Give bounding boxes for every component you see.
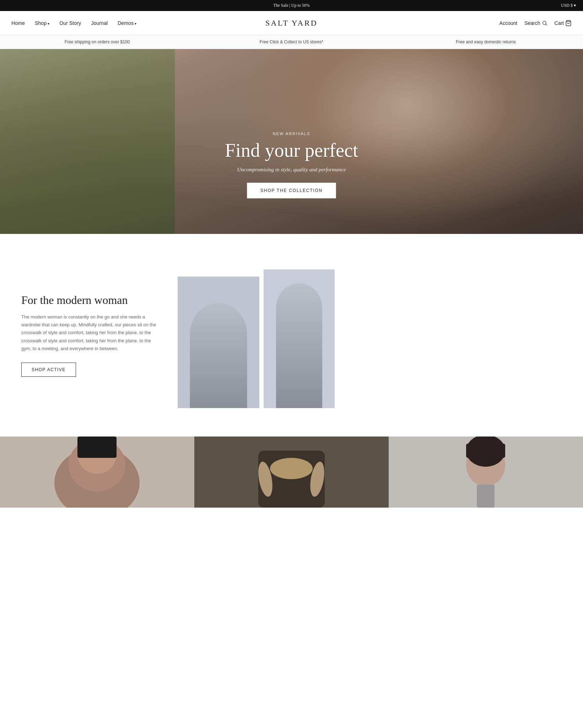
product-col-3[interactable]	[389, 437, 583, 508]
hero-section: NEW ARRIVALS Find your perfect Uncomprom…	[0, 49, 583, 234]
svg-point-7	[188, 358, 216, 380]
search-icon	[542, 20, 547, 26]
modern-woman-images	[178, 262, 562, 408]
modern-woman-section: For the modern woman The modern woman is…	[0, 234, 583, 437]
product-col-2[interactable]	[194, 437, 389, 508]
currency-selector[interactable]: USD $ ▾	[561, 3, 576, 8]
nav-home[interactable]: Home	[11, 20, 25, 26]
main-navigation: Home Shop Our Story Journal Demos SALT Y…	[0, 11, 583, 35]
modern-woman-title: For the modern woman	[21, 294, 156, 307]
svg-point-4	[199, 309, 238, 351]
shop-active-button[interactable]: SHOP ACTIVE	[21, 363, 76, 377]
svg-rect-14	[286, 331, 313, 395]
announcement-bar: The Sale | Up to 50% USD $ ▾	[0, 0, 583, 11]
product-image-right-svg	[264, 269, 335, 408]
svg-rect-11	[264, 269, 335, 408]
nav-left-links: Home Shop Our Story Journal Demos	[11, 20, 136, 26]
hero-content: NEW ARRIVALS Find your perfect Uncomprom…	[0, 132, 583, 198]
nav-journal[interactable]: Journal	[91, 20, 108, 26]
hero-title: Find your perfect	[0, 140, 583, 161]
svg-rect-6	[203, 341, 234, 383]
svg-rect-30	[477, 485, 495, 508]
svg-rect-10	[213, 397, 224, 406]
nav-demos[interactable]: Demos	[118, 20, 136, 26]
search-link[interactable]: Search	[524, 20, 547, 26]
cart-icon	[565, 20, 572, 26]
svg-rect-20	[77, 437, 117, 458]
product-image-left-svg	[178, 277, 259, 408]
svg-point-9	[195, 382, 225, 398]
cart-link[interactable]: Cart	[555, 20, 572, 26]
site-logo[interactable]: SALT YARD	[265, 18, 318, 28]
info-returns: Free and easy domestic returns	[389, 39, 583, 44]
product-col-1[interactable]	[0, 437, 194, 508]
svg-point-23	[270, 458, 313, 479]
nav-our-story[interactable]: Our Story	[59, 20, 81, 26]
bottom-product-row	[0, 437, 583, 508]
nav-shop[interactable]: Shop	[35, 20, 49, 26]
hero-subtitle: Uncompromising in style, quality and per…	[0, 167, 583, 173]
svg-point-0	[542, 21, 546, 24]
svg-line-1	[546, 24, 547, 26]
info-shipping: Free shipping on orders over $100	[0, 39, 194, 44]
product-col-3-svg	[389, 437, 583, 508]
hero-eyebrow: NEW ARRIVALS	[0, 132, 583, 136]
hero-cta-button[interactable]: SHOP THE COLLECTION	[247, 183, 336, 198]
account-link[interactable]: Account	[500, 20, 518, 26]
nav-right-links: Account Search Cart	[500, 20, 572, 26]
announcement-text: The Sale | Up to 50%	[273, 3, 310, 8]
product-col-1-svg	[0, 437, 194, 508]
svg-point-5	[208, 303, 229, 328]
svg-rect-29	[466, 444, 505, 458]
info-bar: Free shipping on orders over $100 Free C…	[0, 35, 583, 49]
modern-woman-body: The modern woman is constantly on the go…	[21, 313, 156, 352]
product-image-right	[264, 269, 335, 408]
svg-point-12	[289, 294, 309, 316]
modern-woman-text-block: For the modern woman The modern woman is…	[21, 294, 156, 376]
svg-rect-3	[178, 277, 259, 408]
product-image-left	[178, 277, 259, 408]
product-col-2-svg	[194, 437, 389, 508]
info-click-collect: Free Click & Collect to US stores*	[194, 39, 389, 44]
svg-point-8	[222, 367, 246, 385]
